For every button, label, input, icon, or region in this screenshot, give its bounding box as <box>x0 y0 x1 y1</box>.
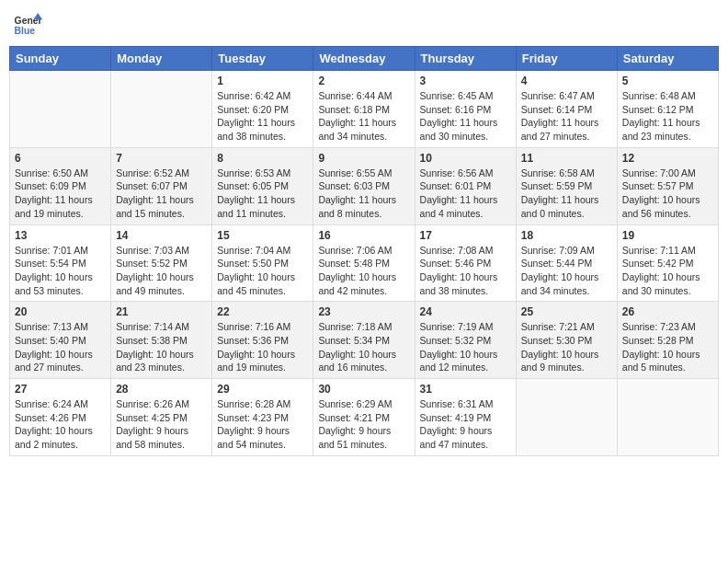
day-info: Sunrise: 6:31 AM Sunset: 4:19 PM Dayligh… <box>420 397 511 452</box>
calendar-cell: 2Sunrise: 6:44 AM Sunset: 6:18 PM Daylig… <box>313 71 415 148</box>
day-number: 27 <box>15 383 106 396</box>
day-number: 18 <box>521 229 612 242</box>
day-info: Sunrise: 7:14 AM Sunset: 5:38 PM Dayligh… <box>116 320 207 374</box>
day-number: 17 <box>420 229 511 242</box>
day-number: 3 <box>420 75 511 87</box>
day-number: 8 <box>217 152 308 165</box>
weekday-header-monday: Monday <box>111 47 212 71</box>
day-number: 30 <box>318 383 409 396</box>
day-number: 25 <box>521 305 612 318</box>
calendar-cell: 30Sunrise: 6:29 AM Sunset: 4:21 PM Dayli… <box>313 379 415 456</box>
calendar-week-row: 27Sunrise: 6:24 AM Sunset: 4:26 PM Dayli… <box>10 379 719 456</box>
day-number: 6 <box>15 152 106 165</box>
calendar-table: SundayMondayTuesdayWednesdayThursdayFrid… <box>9 46 719 456</box>
day-info: Sunrise: 7:19 AM Sunset: 5:32 PM Dayligh… <box>420 320 511 374</box>
svg-text:Blue: Blue <box>15 26 36 36</box>
calendar-cell: 5Sunrise: 6:48 AM Sunset: 6:12 PM Daylig… <box>617 71 718 148</box>
calendar-cell: 29Sunrise: 6:28 AM Sunset: 4:23 PM Dayli… <box>212 379 313 456</box>
day-info: Sunrise: 6:55 AM Sunset: 6:03 PM Dayligh… <box>318 167 409 221</box>
day-info: Sunrise: 7:23 AM Sunset: 5:28 PM Dayligh… <box>622 320 713 374</box>
day-number: 20 <box>15 305 106 318</box>
day-number: 23 <box>318 305 409 318</box>
calendar-cell: 20Sunrise: 7:13 AM Sunset: 5:40 PM Dayli… <box>10 302 111 379</box>
calendar-cell: 6Sunrise: 6:50 AM Sunset: 6:09 PM Daylig… <box>10 147 111 224</box>
weekday-header-sunday: Sunday <box>10 47 111 71</box>
day-info: Sunrise: 6:53 AM Sunset: 6:05 PM Dayligh… <box>217 167 308 221</box>
day-number: 1 <box>217 75 308 87</box>
day-info: Sunrise: 6:24 AM Sunset: 4:26 PM Dayligh… <box>15 397 106 452</box>
page-header: General Blue <box>9 9 719 39</box>
calendar-cell: 16Sunrise: 7:06 AM Sunset: 5:48 PM Dayli… <box>313 224 415 302</box>
calendar-cell <box>617 379 718 456</box>
day-info: Sunrise: 7:18 AM Sunset: 5:34 PM Dayligh… <box>318 320 409 374</box>
day-number: 26 <box>622 305 713 318</box>
day-number: 12 <box>622 152 713 165</box>
day-number: 7 <box>116 152 207 165</box>
day-number: 2 <box>318 75 409 87</box>
day-number: 10 <box>420 152 511 165</box>
calendar-cell: 15Sunrise: 7:04 AM Sunset: 5:50 PM Dayli… <box>212 224 313 302</box>
logo-icon: General Blue <box>13 9 42 39</box>
day-number: 5 <box>622 75 713 87</box>
calendar-cell: 19Sunrise: 7:11 AM Sunset: 5:42 PM Dayli… <box>617 224 718 302</box>
calendar-cell <box>516 379 617 456</box>
day-info: Sunrise: 6:28 AM Sunset: 4:23 PM Dayligh… <box>217 397 308 452</box>
calendar-cell: 24Sunrise: 7:19 AM Sunset: 5:32 PM Dayli… <box>415 302 516 379</box>
day-info: Sunrise: 6:29 AM Sunset: 4:21 PM Dayligh… <box>318 397 409 452</box>
day-info: Sunrise: 6:26 AM Sunset: 4:25 PM Dayligh… <box>116 397 207 452</box>
calendar-cell: 9Sunrise: 6:55 AM Sunset: 6:03 PM Daylig… <box>313 147 415 224</box>
calendar-cell: 26Sunrise: 7:23 AM Sunset: 5:28 PM Dayli… <box>617 302 718 379</box>
day-number: 21 <box>116 305 207 318</box>
day-number: 28 <box>116 383 207 396</box>
day-info: Sunrise: 7:06 AM Sunset: 5:48 PM Dayligh… <box>318 244 409 298</box>
calendar-cell: 7Sunrise: 6:52 AM Sunset: 6:07 PM Daylig… <box>111 147 212 224</box>
calendar-cell: 27Sunrise: 6:24 AM Sunset: 4:26 PM Dayli… <box>10 379 111 456</box>
calendar-cell: 13Sunrise: 7:01 AM Sunset: 5:54 PM Dayli… <box>10 224 111 302</box>
calendar-cell: 11Sunrise: 6:58 AM Sunset: 5:59 PM Dayli… <box>516 147 617 224</box>
calendar-week-row: 20Sunrise: 7:13 AM Sunset: 5:40 PM Dayli… <box>10 302 719 379</box>
day-number: 29 <box>217 383 308 396</box>
day-number: 4 <box>521 75 612 87</box>
weekday-header-row: SundayMondayTuesdayWednesdayThursdayFrid… <box>10 47 719 71</box>
calendar-cell: 25Sunrise: 7:21 AM Sunset: 5:30 PM Dayli… <box>516 302 617 379</box>
day-info: Sunrise: 7:16 AM Sunset: 5:36 PM Dayligh… <box>217 320 308 374</box>
day-number: 16 <box>318 229 409 242</box>
day-number: 22 <box>217 305 308 318</box>
day-number: 9 <box>318 152 409 165</box>
calendar-cell: 31Sunrise: 6:31 AM Sunset: 4:19 PM Dayli… <box>415 379 516 456</box>
calendar-cell: 18Sunrise: 7:09 AM Sunset: 5:44 PM Dayli… <box>516 224 617 302</box>
weekday-header-friday: Friday <box>516 47 617 71</box>
day-number: 14 <box>116 229 207 242</box>
day-info: Sunrise: 7:03 AM Sunset: 5:52 PM Dayligh… <box>116 244 207 298</box>
weekday-header-wednesday: Wednesday <box>313 47 415 71</box>
calendar-week-row: 13Sunrise: 7:01 AM Sunset: 5:54 PM Dayli… <box>10 224 719 302</box>
day-number: 11 <box>521 152 612 165</box>
day-info: Sunrise: 7:01 AM Sunset: 5:54 PM Dayligh… <box>15 244 106 298</box>
day-info: Sunrise: 7:11 AM Sunset: 5:42 PM Dayligh… <box>622 244 713 298</box>
weekday-header-thursday: Thursday <box>415 47 516 71</box>
day-info: Sunrise: 6:58 AM Sunset: 5:59 PM Dayligh… <box>521 167 612 221</box>
day-number: 31 <box>420 383 511 396</box>
day-info: Sunrise: 7:13 AM Sunset: 5:40 PM Dayligh… <box>15 320 106 374</box>
calendar-cell: 12Sunrise: 7:00 AM Sunset: 5:57 PM Dayli… <box>617 147 718 224</box>
day-info: Sunrise: 6:52 AM Sunset: 6:07 PM Dayligh… <box>116 167 207 221</box>
calendar-cell: 23Sunrise: 7:18 AM Sunset: 5:34 PM Dayli… <box>313 302 415 379</box>
day-info: Sunrise: 6:48 AM Sunset: 6:12 PM Dayligh… <box>622 89 713 144</box>
calendar-week-row: 1Sunrise: 6:42 AM Sunset: 6:20 PM Daylig… <box>10 71 719 148</box>
calendar-cell: 22Sunrise: 7:16 AM Sunset: 5:36 PM Dayli… <box>212 302 313 379</box>
day-info: Sunrise: 6:42 AM Sunset: 6:20 PM Dayligh… <box>217 89 308 144</box>
calendar-cell: 4Sunrise: 6:47 AM Sunset: 6:14 PM Daylig… <box>516 71 617 148</box>
day-number: 13 <box>15 229 106 242</box>
day-number: 15 <box>217 229 308 242</box>
day-info: Sunrise: 7:21 AM Sunset: 5:30 PM Dayligh… <box>521 320 612 374</box>
weekday-header-tuesday: Tuesday <box>212 47 313 71</box>
calendar-cell: 21Sunrise: 7:14 AM Sunset: 5:38 PM Dayli… <box>111 302 212 379</box>
logo: General Blue <box>13 9 42 39</box>
weekday-header-saturday: Saturday <box>617 47 718 71</box>
calendar-cell: 3Sunrise: 6:45 AM Sunset: 6:16 PM Daylig… <box>415 71 516 148</box>
calendar-cell: 1Sunrise: 6:42 AM Sunset: 6:20 PM Daylig… <box>212 71 313 148</box>
day-number: 24 <box>420 305 511 318</box>
day-info: Sunrise: 6:44 AM Sunset: 6:18 PM Dayligh… <box>318 89 409 144</box>
day-info: Sunrise: 7:00 AM Sunset: 5:57 PM Dayligh… <box>622 167 713 221</box>
calendar-cell: 28Sunrise: 6:26 AM Sunset: 4:25 PM Dayli… <box>111 379 212 456</box>
